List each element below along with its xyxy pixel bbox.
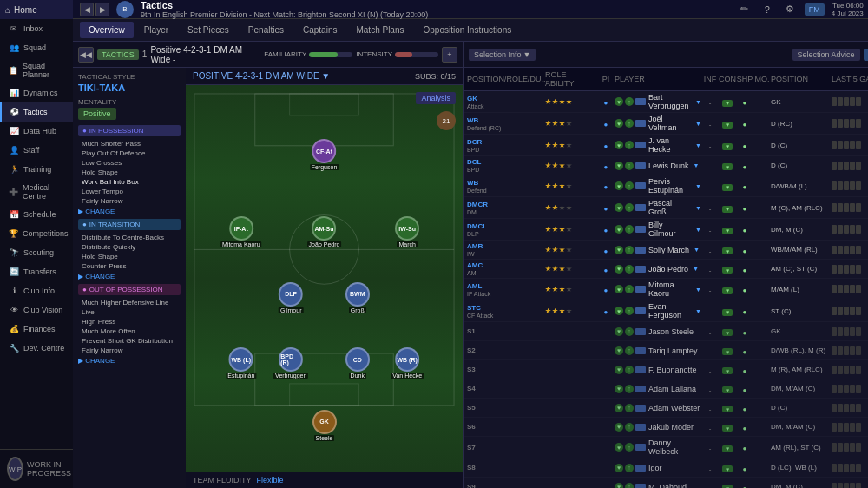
sidebar-item-training[interactable]: 🏃Training xyxy=(0,160,73,179)
sidebar-item-staff[interactable]: 👤Staff xyxy=(0,141,73,160)
player-con: ♥ xyxy=(719,463,736,473)
player-row[interactable]: S1 ♥ ↑ Jason Steele - ♥ ● xyxy=(464,322,868,341)
pitch-player-3[interactable]: BPD (R) Verbruggen xyxy=(273,347,308,379)
player-name-text: Jakub Moder xyxy=(648,423,694,432)
player-positions: D/WB/M (L) xyxy=(771,182,832,190)
sidebar-item-data-hub[interactable]: 📈Data Hub xyxy=(0,122,73,141)
possession-change-btn[interactable]: ▶ CHANGE xyxy=(78,208,181,215)
subnav-item-penalties[interactable]: Penalties xyxy=(240,22,293,38)
sidebar-item-inbox[interactable]: ✉Inbox xyxy=(0,19,73,38)
sidebar-bottom: WIP WORK IN PROGRESS xyxy=(0,449,73,488)
player-row[interactable]: AMC AM ● ♥ ↑ João Pedro ▼ - ♥ ● xyxy=(464,260,868,279)
add-tactic-button[interactable]: + xyxy=(442,47,457,63)
player-con: ♥ xyxy=(719,96,736,107)
sidebar-item-transfers[interactable]: 🔄Transfers xyxy=(0,262,73,281)
pitch-player-6[interactable]: BWM Groß xyxy=(345,282,370,313)
player-row[interactable]: DCR BPD ● ♥ ↑ J. van Hecke ▼ - ♥ ● xyxy=(464,135,868,156)
player-row[interactable]: DCL BPD ● ♥ ↑ Lewis Dunk ▼ - ♥ ● xyxy=(464,156,868,175)
fitness-icon: ♥ xyxy=(615,404,623,412)
selection-advice-button[interactable]: Selection Advice xyxy=(792,49,860,61)
star-2 xyxy=(559,183,565,189)
settings-icon[interactable]: ⚙ xyxy=(782,2,798,17)
pitch-player-7[interactable]: IW-Su March xyxy=(395,216,419,247)
pitch-player-10[interactable]: CF-At Ferguson xyxy=(310,139,339,170)
player-row[interactable]: DMCR DM ● ♥ ↑ Pascal Groß ▼ - ♥ ● xyxy=(464,197,868,219)
pitch-player-2[interactable]: CD Dunk xyxy=(345,347,370,379)
player-row[interactable]: S4 ♥ ↑ Adam Lallana - ♥ ● xyxy=(464,379,868,399)
star-1 xyxy=(552,162,558,168)
player-inf: - xyxy=(701,326,719,337)
player-row[interactable]: GK Attack ● ♥ ↑ Bart Verbruggen ▼ - ♥ ● xyxy=(464,91,868,113)
sidebar-item-finances[interactable]: 💰Finances xyxy=(0,320,73,339)
player-row[interactable]: S6 ♥ ↑ Jakub Moder - ♥ ● xyxy=(464,418,868,437)
player-row[interactable]: DMCL DLP ● ♥ ↑ Billy Gilmour ▼ - ♥ ● xyxy=(464,219,868,241)
sidebar-item-medical[interactable]: ➕Medical Centre xyxy=(0,179,73,205)
subnav-item-opposition-instructions[interactable]: Opposition Instructions xyxy=(415,22,521,38)
player-name-text: Solly March xyxy=(648,246,689,254)
pitch-player-5[interactable]: DLP Gilmour xyxy=(279,282,304,313)
player-row[interactable]: S7 ♥ ↑ Danny Welbeck - ♥ ● xyxy=(464,437,868,458)
oop-change-btn[interactable]: ▶ CHANGE xyxy=(78,357,181,365)
player-shp: ● xyxy=(736,284,753,294)
player-inf: - xyxy=(701,140,719,150)
sidebar-item-dynamics[interactable]: 📊Dynamics xyxy=(0,83,73,102)
sidebar-item-club-vision[interactable]: 👁Club Vision xyxy=(0,300,73,320)
pitch-player-1[interactable]: WB (R) Van Hecke xyxy=(391,347,424,379)
player-row[interactable]: STC CF Attack ● ♥ ↑ Evan Ferguson ▼ - ♥ … xyxy=(464,300,868,322)
pencil-icon[interactable]: ✏ xyxy=(737,2,753,17)
sidebar-item-squad-planner[interactable]: 📋Squad Planner xyxy=(0,57,73,83)
player-row[interactable]: S5 ♥ ↑ Adam Webster - ♥ ● xyxy=(464,399,868,418)
subnav-item-overview[interactable]: Overview xyxy=(80,22,134,38)
player-row[interactable]: AML IF Attack ● ♥ ↑ Mitoma Kaoru ▼ - ♥ ● xyxy=(464,279,868,300)
transition-change-btn[interactable]: ▶ CHANGE xyxy=(78,273,181,280)
condition-icon: ♥ xyxy=(722,465,733,472)
player-slot: DCR BPD xyxy=(467,138,545,153)
analysis-button[interactable]: Analysis xyxy=(416,92,456,104)
subnav-item-captains[interactable]: Captains xyxy=(294,22,345,38)
player-positions: M (C), AM (RLC) xyxy=(771,204,832,212)
familiarity-label: FAMILIARITY xyxy=(264,50,306,58)
player-row[interactable]: AMR IW ● ♥ ↑ Solly March ▼ - ♥ ● xyxy=(464,241,868,260)
player-last-games xyxy=(832,246,868,254)
pitch-player-9[interactable]: IF-At Mitoma Kaoru xyxy=(220,216,262,247)
sidebar-home-label[interactable]: Home xyxy=(14,5,37,15)
nav-back[interactable]: ◀ xyxy=(80,3,94,16)
player-con: ♥ xyxy=(719,326,736,337)
quick-pick-button[interactable]: Quick Pick ▼ xyxy=(864,49,868,61)
sidebar-label-tactics: Tactics xyxy=(23,108,48,116)
help-icon[interactable]: ? xyxy=(760,2,775,17)
pitch-player-8[interactable]: AM-Su João Pedro xyxy=(307,216,342,247)
mentality-value[interactable]: Positive xyxy=(78,108,116,120)
player-role-ability xyxy=(545,142,597,148)
player-icons: ♥ ↑ xyxy=(615,307,646,315)
sidebar-item-competitions[interactable]: 🏆Competitions xyxy=(0,224,73,243)
player-row[interactable]: S2 ♥ ↑ Tariq Lamptey - ♥ ● xyxy=(464,341,868,360)
nav-forward[interactable]: ▶ xyxy=(95,3,109,16)
pitch-player-4[interactable]: WB (L) Estupinán xyxy=(226,347,256,379)
condition-icon: ♥ xyxy=(722,386,733,393)
collapse-button[interactable]: ◀◀ xyxy=(78,47,94,63)
sidebar-item-tactics[interactable]: ⚽Tactics xyxy=(0,102,73,122)
fitness-icon: ♥ xyxy=(615,483,623,489)
fitness-icon: ♥ xyxy=(615,366,623,374)
player-last-games xyxy=(832,162,868,170)
condition-icon: ♥ xyxy=(722,287,733,294)
sidebar-item-club-info[interactable]: ℹClub Info xyxy=(0,281,73,300)
subnav-item-set-pieces[interactable]: Set Pieces xyxy=(179,22,238,38)
pitch-player-0[interactable]: GK Steele xyxy=(312,410,337,441)
player-row[interactable]: S3 ♥ ↑ F. Buonanotte - ♥ ● xyxy=(464,360,868,379)
sidebar-item-squad[interactable]: 👥Squad xyxy=(0,38,73,57)
subnav-item-player[interactable]: Player xyxy=(135,22,177,38)
selection-info-button[interactable]: Selection Info ▼ xyxy=(469,49,536,61)
player-circle-8: AM-Su xyxy=(312,216,337,241)
player-panel: Selection Info ▼ Selection Advice Quick … xyxy=(464,42,868,488)
player-row[interactable]: WB Defend (RC) ● ♥ ↑ Joël Veltman ▼ - ♥ … xyxy=(464,113,868,135)
player-row[interactable]: S8 ♥ ↑ Igor - ♥ ● D xyxy=(464,458,868,478)
sidebar-item-schedule[interactable]: 📅Schedule xyxy=(0,205,73,224)
player-row[interactable]: WB Defend ● ♥ ↑ Pervis Estupinán ▼ - ♥ ● xyxy=(464,175,868,197)
sidebar-item-scouting[interactable]: 🔭Scouting xyxy=(0,243,73,262)
player-row[interactable]: S9 ♥ ↑ M. Dahoud - ♥ ● xyxy=(464,478,868,488)
sidebar-item-dev-centre[interactable]: 🔧Dev. Centre xyxy=(0,339,73,358)
subnav-item-match-plans[interactable]: Match Plans xyxy=(347,22,412,38)
condition-icon: ♥ xyxy=(722,309,733,316)
